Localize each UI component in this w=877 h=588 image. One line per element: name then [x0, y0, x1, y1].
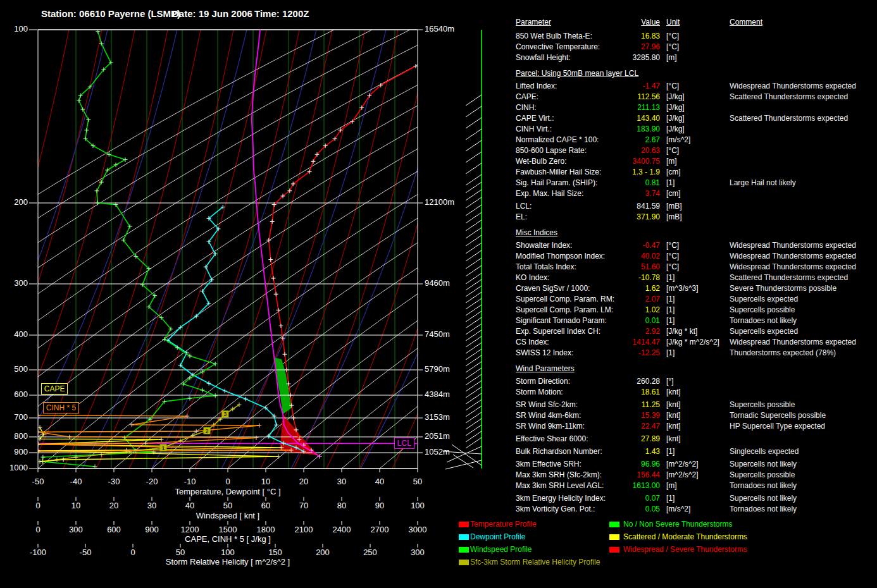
- param-unit: [m]: [666, 481, 726, 490]
- axis-tick-label: 1200: [174, 525, 206, 534]
- axis-tick-label: -30: [98, 477, 130, 486]
- param-unit: [J/kg]: [666, 92, 726, 101]
- axis-title-windspeed: Windspeed [ knt ]: [38, 511, 418, 520]
- param-value: 1.43: [590, 447, 660, 456]
- param-unit: [J/kg * kt]: [666, 327, 726, 336]
- wind-barb-icon: [466, 336, 482, 347]
- param-unit: [knt]: [666, 400, 726, 409]
- pressure-tick-label: 200: [5, 198, 28, 207]
- axis-tick-label: 40: [364, 477, 395, 486]
- height-tick-label: 12100m: [425, 198, 454, 207]
- axis-tick-label: 10: [250, 477, 282, 486]
- param-unit: [mB]: [666, 202, 726, 211]
- section-header: Wind Parameters: [516, 364, 725, 373]
- param-value: 1414.47: [590, 338, 660, 346]
- param-value: 51.60: [590, 262, 660, 271]
- param-comment: Tornadoes not likely: [730, 505, 877, 513]
- wind-barb-icon: [466, 343, 482, 353]
- legend-label: No / Non Severe Thunderstorms: [623, 520, 733, 529]
- axis-tick-label: 20: [98, 501, 130, 510]
- param-comment: Supercells expected: [730, 327, 877, 336]
- param-unit: [1]: [666, 447, 726, 456]
- param-value: -12.25: [590, 348, 660, 357]
- param-unit: [°C]: [666, 262, 726, 271]
- param-value: 27.96: [590, 42, 660, 51]
- param-unit: [J/kg]: [666, 114, 726, 123]
- param-value: 18.61: [590, 388, 660, 396]
- sounding-analysis-screen: { "title": { "station": "Station: 06610 …: [0, 0, 877, 588]
- param-unit: [cm]: [666, 168, 726, 176]
- param-value: 0.81: [590, 178, 660, 187]
- param-unit: [m]: [666, 53, 726, 62]
- axis-tick-label: -10: [174, 477, 206, 486]
- wind-barb-column: [443, 30, 482, 469]
- col-header-value: Value: [590, 18, 660, 27]
- param-unit: [°]: [666, 377, 726, 386]
- param-value: 183.90: [590, 125, 660, 133]
- temperature_profile: [269, 66, 416, 457]
- param-value: -10.78: [590, 273, 660, 282]
- axis-tick-label: 1500: [212, 525, 244, 534]
- legend-swatch: [609, 547, 619, 553]
- axis-tick-label: 900: [136, 525, 168, 534]
- wind-barb-icon: [466, 311, 482, 322]
- param-unit: [1]: [666, 348, 726, 357]
- param-value: 3400.75: [590, 157, 660, 166]
- wind-barb-icon: [466, 368, 482, 379]
- param-unit: [knt]: [666, 411, 726, 420]
- wind-barb-icon: [466, 374, 482, 385]
- param-unit: [m^2/s^2]: [666, 460, 726, 469]
- pressure-tick-label: 800: [5, 432, 28, 441]
- param-value: 143.40: [590, 114, 660, 123]
- wind-barb-icon: [466, 381, 482, 391]
- wind-barb-icon: [453, 455, 473, 468]
- axis-tick-label: 80: [326, 501, 358, 510]
- wind-barb-icon: [466, 298, 482, 309]
- param-value: 15.39: [590, 411, 660, 420]
- param-comment: Widespread Thunderstorms expected: [730, 241, 877, 250]
- param-unit: [knt]: [666, 388, 726, 396]
- wind-barb-icon: [466, 438, 482, 448]
- wind-barb-icon: [466, 330, 482, 341]
- wind-barb-icon: [466, 292, 482, 303]
- svg-text:1: 1: [161, 445, 165, 451]
- wind-barb-icon: [466, 118, 482, 128]
- wind-barb-icon: [466, 393, 482, 404]
- col-header-comment: Comment: [730, 18, 877, 27]
- axis-tick-label: -50: [70, 548, 101, 557]
- axis-tick-label: 0: [117, 548, 149, 557]
- pressure-tick-label: 1000: [5, 463, 28, 472]
- param-value: 3.74: [590, 189, 660, 198]
- section-header: Misc Indices: [516, 228, 725, 237]
- param-value: 11.25: [590, 400, 660, 409]
- height-tick-label: 1052m: [425, 448, 450, 456]
- wind-barb-icon: [466, 406, 482, 417]
- param-unit: [°C]: [666, 252, 726, 260]
- param-value: 27.89: [590, 434, 660, 443]
- legend-swatch: [609, 534, 619, 540]
- param-value: 22.47: [590, 422, 660, 431]
- wind-barb-icon: [466, 286, 482, 297]
- wind-barb-icon: [466, 279, 482, 290]
- param-unit: [J/kg * m^2/s^2]: [666, 338, 726, 346]
- param-unit: [1]: [666, 295, 726, 303]
- param-value: 371.90: [590, 212, 660, 221]
- wind-barb-icon: [466, 431, 482, 442]
- axis-tick-label: 2700: [364, 525, 395, 534]
- wind-barb-icon: [466, 425, 482, 436]
- param-unit: [J/kg]: [666, 125, 726, 133]
- wind-barb-icon: [466, 163, 482, 174]
- param-value: 2.67: [590, 135, 660, 144]
- axis-title-srh: Storm Relative Helicity [ m^2/s^2 ]: [38, 558, 418, 567]
- param-unit: [m^2/s^2]: [666, 470, 726, 479]
- plot-frame: [38, 30, 418, 469]
- wind-barb-icon: [466, 400, 482, 410]
- param-value: 0.05: [590, 505, 660, 513]
- param-value: 156.44: [590, 470, 660, 479]
- param-comment: Tornadoes not likely: [730, 481, 877, 490]
- param-comment: Tornadoes not likely: [730, 316, 877, 325]
- pressure-tick-label: 300: [5, 279, 28, 288]
- pressure-tick-label: 500: [5, 365, 28, 374]
- param-comment: Supercells not likely: [730, 460, 877, 469]
- param-value: 40.02: [590, 252, 660, 260]
